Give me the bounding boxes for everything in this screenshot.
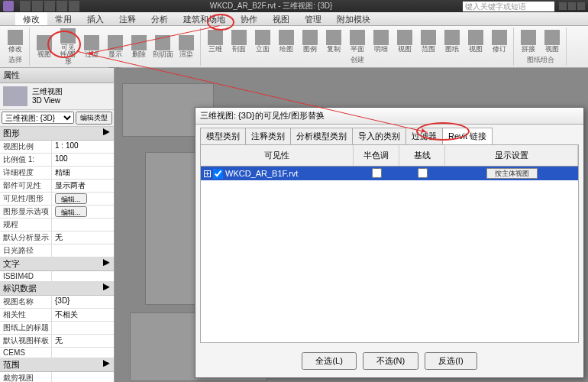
- view-type-icon: [3, 86, 27, 106]
- props-row[interactable]: 比例值 1:100: [0, 154, 114, 167]
- select-none-button[interactable]: 不选(N): [363, 352, 418, 370]
- props-row[interactable]: 详细程度精细: [0, 167, 114, 180]
- menu-tab-0[interactable]: 修改: [15, 12, 47, 25]
- ribbon-btn-范围[interactable]: 范围: [418, 30, 439, 53]
- props-edit-button[interactable]: 编辑...: [55, 193, 87, 204]
- menu-tab-4[interactable]: 分析: [144, 12, 176, 25]
- props-row[interactable]: 默认视图样板无: [0, 335, 114, 348]
- props-row[interactable]: 日光路径: [0, 244, 114, 257]
- ribbon-btn-剖切面[interactable]: 剖切面: [152, 35, 173, 58]
- type-selector[interactable]: 三维视图: {3D}: [2, 112, 74, 124]
- link-visibility-checkbox[interactable]: [213, 169, 223, 179]
- expand-icon[interactable]: +: [204, 170, 211, 177]
- ribbon-btn-修改[interactable]: 修改: [5, 30, 26, 53]
- ribbon-icon: [544, 30, 560, 45]
- ribbon-icon: [231, 30, 247, 45]
- ribbon-btn-修订[interactable]: 修订: [489, 30, 510, 53]
- menu-tab-6[interactable]: 协作: [233, 12, 265, 25]
- ribbon-btn-视图[interactable]: 视图: [34, 35, 55, 58]
- ribbon-btn-视图[interactable]: 视图: [394, 30, 415, 53]
- ribbon-btn-三维[interactable]: 三维: [205, 30, 226, 53]
- props-row[interactable]: 默认分析显示无: [0, 231, 114, 244]
- ribbon-btn-过滤[interactable]: 过滤: [81, 35, 102, 58]
- minimize-icon[interactable]: [568, 2, 576, 10]
- underlay-checkbox[interactable]: [418, 168, 428, 178]
- ribbon-btn-立面[interactable]: 立面: [252, 30, 273, 53]
- edit-type-button[interactable]: 编辑类型: [76, 112, 112, 125]
- dialog-tab-1[interactable]: 注释类别: [245, 128, 291, 144]
- ribbon-icon: [350, 30, 365, 45]
- ribbon-btn-绘图[interactable]: 绘图: [276, 30, 297, 53]
- col-halftone: 半色调: [354, 145, 399, 166]
- invert-selection-button[interactable]: 反选(I): [425, 352, 477, 370]
- ribbon-icon: [492, 30, 507, 45]
- ribbon-btn-图纸[interactable]: 图纸: [441, 30, 463, 53]
- ribbon-btn-显示[interactable]: 显示: [105, 35, 126, 58]
- ribbon-icon: [84, 35, 99, 50]
- help-icon[interactable]: [559, 2, 567, 10]
- ribbon-btn-复制[interactable]: 复制: [323, 30, 344, 53]
- props-group-header[interactable]: 标识数据⯈: [0, 282, 114, 296]
- ribbon-btn-视图[interactable]: 视图: [465, 30, 486, 53]
- qat-redo-icon[interactable]: [57, 1, 67, 11]
- menu-tab-3[interactable]: 注释: [111, 12, 144, 25]
- ribbon-btn-图例[interactable]: 图例: [299, 30, 321, 53]
- halftone-checkbox[interactable]: [372, 168, 382, 178]
- props-row[interactable]: CEMS: [0, 348, 114, 358]
- visibility-graphics-dialog: 三维视图: {3D}的可见性/图形替换 模型类别注释类别分析模型类别导入的类别过…: [195, 107, 584, 378]
- ribbon-icon: [60, 28, 76, 44]
- dialog-tab-3[interactable]: 导入的类别: [352, 128, 406, 144]
- select-all-button[interactable]: 全选(L): [302, 352, 356, 370]
- props-group-header[interactable]: 文字⯈: [0, 257, 114, 271]
- ribbon-btn-拼接[interactable]: 拼接: [518, 30, 539, 53]
- ribbon-icon: [131, 35, 147, 50]
- ribbon-group-label: 图纸组合: [518, 54, 563, 65]
- props-row[interactable]: 视图比例1 : 100: [0, 141, 114, 154]
- props-row[interactable]: 可见性/图形编辑...: [0, 193, 114, 206]
- props-row[interactable]: ISBIM4D: [0, 271, 114, 282]
- props-row[interactable]: 视图名称{3D}: [0, 296, 114, 309]
- ribbon-icon: [155, 35, 170, 50]
- ribbon-btn-可见性/图形[interactable]: 可见性/图形: [57, 28, 79, 65]
- element-subtype-label: 3D View: [32, 96, 63, 105]
- app-logo: [3, 1, 14, 11]
- close-icon[interactable]: [577, 2, 585, 10]
- props-group-header[interactable]: 图形⯈: [0, 127, 114, 141]
- dialog-tab-2[interactable]: 分析模型类别: [290, 128, 353, 144]
- ribbon-btn-平面[interactable]: 平面: [347, 30, 368, 53]
- dialog-tab-4[interactable]: 过滤器: [405, 128, 443, 144]
- props-row[interactable]: 图纸上的标题: [0, 322, 114, 335]
- col-visibility: 可见性: [201, 145, 354, 166]
- props-row[interactable]: 相关性不相关: [0, 309, 114, 322]
- element-type-label: 三维视图: [32, 87, 63, 96]
- qat-print-icon[interactable]: [69, 1, 79, 11]
- ribbon-icon: [179, 35, 194, 50]
- ribbon-btn-视图[interactable]: 视图: [541, 30, 563, 53]
- ribbon-btn-明细[interactable]: 明细: [370, 30, 392, 53]
- ribbon-icon: [397, 30, 412, 45]
- props-edit-button[interactable]: 编辑...: [55, 206, 87, 217]
- dialog-tab-5[interactable]: Revit 链接: [442, 128, 493, 144]
- qat-undo-icon[interactable]: [44, 1, 55, 11]
- menu-tab-8[interactable]: 管理: [297, 12, 329, 25]
- props-row[interactable]: 部件可见性显示两者: [0, 180, 114, 193]
- props-row[interactable]: 裁剪视图: [0, 372, 114, 382]
- search-input[interactable]: 键入关键字或短语: [463, 2, 554, 11]
- link-row[interactable]: + WKCD_AR_B1F.rvt 按主体视图: [201, 167, 578, 180]
- menu-tab-7[interactable]: 视图: [265, 12, 297, 25]
- menu-tab-9[interactable]: 附加模块: [329, 12, 378, 25]
- display-settings-button[interactable]: 按主体视图: [486, 168, 538, 179]
- menu-tab-2[interactable]: 插入: [79, 12, 111, 25]
- qat-save-icon[interactable]: [32, 1, 43, 11]
- ribbon-btn-剖面[interactable]: 剖面: [228, 30, 250, 53]
- props-group-header[interactable]: 范围⯈: [0, 358, 114, 372]
- ribbon-icon: [255, 30, 270, 45]
- ribbon-btn-删除[interactable]: 删除: [128, 35, 150, 58]
- props-row[interactable]: 图形显示选项编辑...: [0, 206, 114, 219]
- menu-tab-1[interactable]: 常用: [47, 12, 79, 25]
- props-row[interactable]: 规程: [0, 219, 114, 231]
- qat-open-icon[interactable]: [20, 1, 31, 11]
- dialog-tab-0[interactable]: 模型类别: [200, 128, 246, 144]
- ribbon-btn-渲染[interactable]: 渲染: [176, 35, 197, 58]
- menu-tab-5[interactable]: 建筑和场地: [176, 12, 233, 25]
